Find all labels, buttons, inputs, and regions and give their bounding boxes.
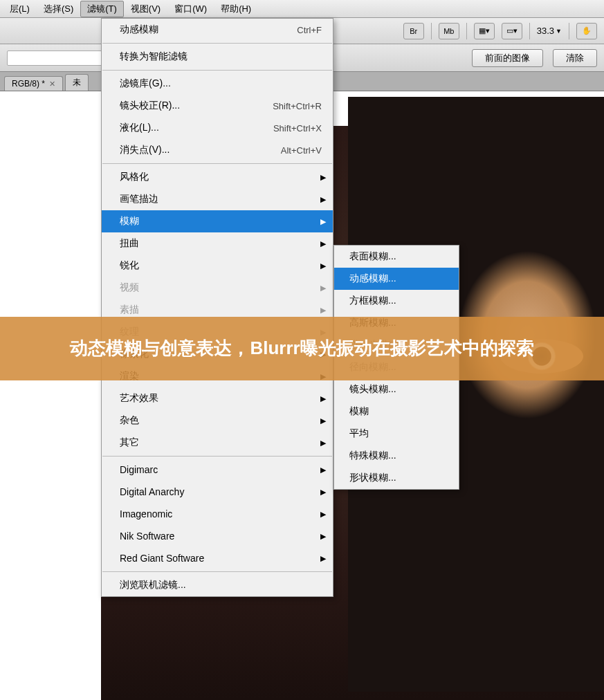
grid-icon[interactable]: ▦▾ <box>474 23 495 39</box>
menu-item-noise[interactable]: 杂色▶ <box>102 409 333 432</box>
menu-item-red-giant[interactable]: Red Giant Software▶ <box>102 547 333 569</box>
menu-label: 表面模糊... <box>349 250 396 263</box>
menu-label: 滤镜库(G)... <box>120 77 322 90</box>
menu-label: 消失点(V)... <box>120 144 281 156</box>
menu-label: Digital Anarchy <box>120 486 322 497</box>
menu-label: 模糊 <box>349 405 369 418</box>
chevron-right-icon: ▶ <box>320 394 326 403</box>
menu-label: 转换为智能滤镜 <box>120 50 322 63</box>
article-title-overlay: 动态模糊与创意表达，Blurrr曝光振动在摄影艺术中的探索 <box>0 317 604 380</box>
menu-item-lens-correction[interactable]: 镜头校正(R)...Shift+Ctrl+R <box>102 95 333 117</box>
doc-tab-2[interactable]: 未 <box>65 74 89 91</box>
menu-item-browse-online[interactable]: 浏览联机滤镜... <box>102 574 333 596</box>
menu-divider <box>102 163 332 164</box>
chevron-right-icon: ▶ <box>320 439 326 448</box>
submenu-motion-blur[interactable]: 动感模糊... <box>334 268 459 290</box>
toolbar-separator <box>466 23 467 39</box>
toolbar-separator <box>569 23 569 39</box>
submenu-blur[interactable]: 模糊 <box>334 400 459 423</box>
menu-label: 锐化 <box>120 259 322 272</box>
menu-view[interactable]: 视图(V) <box>124 1 167 17</box>
menu-label: Imagenomic <box>120 508 322 519</box>
menu-item-video[interactable]: 视频▶ <box>102 277 333 299</box>
menu-shortcut: Shift+Ctrl+R <box>273 101 322 111</box>
chevron-right-icon: ▶ <box>320 217 326 226</box>
clear-button[interactable]: 清除 <box>553 49 597 67</box>
menu-label: 浏览联机滤镜... <box>120 579 322 591</box>
menu-label: 扭曲 <box>120 237 322 250</box>
screen-mode-icon[interactable]: ▭▾ <box>502 23 522 39</box>
menu-window[interactable]: 窗口(W) <box>167 1 214 17</box>
menu-layer[interactable]: 层(L) <box>3 1 37 17</box>
menu-item-filter-gallery[interactable]: 滤镜库(G)... <box>102 73 333 95</box>
zoom-level[interactable]: 33.3 ▼ <box>537 26 562 36</box>
chevron-right-icon: ▶ <box>320 488 326 497</box>
menu-item-distort[interactable]: 扭曲▶ <box>102 232 333 255</box>
menu-item-stylize[interactable]: 风格化▶ <box>102 166 333 188</box>
toolbar-separator <box>529 23 530 39</box>
menu-item-other[interactable]: 其它▶ <box>102 432 333 454</box>
menu-item-smart-filter[interactable]: 转换为智能滤镜 <box>102 46 333 68</box>
menu-label: 方框模糊... <box>349 295 396 307</box>
submenu-lens-blur[interactable]: 镜头模糊... <box>334 378 459 400</box>
option-input[interactable] <box>7 50 104 66</box>
menu-item-artistic[interactable]: 艺术效果▶ <box>102 387 333 409</box>
menu-label: Nik Software <box>120 531 322 542</box>
menu-shortcut: Ctrl+F <box>297 25 322 35</box>
menu-bar: 层(L) 选择(S) 滤镜(T) 视图(V) 窗口(W) 帮助(H) <box>0 0 604 18</box>
menu-label: Digimarc <box>120 464 322 475</box>
toolbar-separator <box>431 23 432 39</box>
submenu-smart-blur[interactable]: 特殊模糊... <box>334 445 459 467</box>
menu-divider <box>102 43 332 44</box>
hand-icon[interactable]: ✋ <box>576 23 597 39</box>
chevron-right-icon: ▶ <box>320 510 326 519</box>
menu-item-vanishing-point[interactable]: 消失点(V)...Alt+Ctrl+V <box>102 139 333 161</box>
menu-item-recent-filter[interactable]: 动感模糊 Ctrl+F <box>102 19 333 41</box>
menu-label: Red Giant Software <box>120 553 322 564</box>
zoom-value: 33.3 <box>537 26 554 36</box>
menu-label: 艺术效果 <box>120 392 322 405</box>
menu-item-brush-strokes[interactable]: 画笔描边▶ <box>102 188 333 210</box>
chevron-right-icon: ▶ <box>320 416 326 425</box>
submenu-box-blur[interactable]: 方框模糊... <box>334 290 459 312</box>
chevron-right-icon: ▶ <box>320 173 326 182</box>
menu-item-imagenomic[interactable]: Imagenomic▶ <box>102 503 333 525</box>
menu-label: 其它 <box>120 436 322 449</box>
menu-label: 模糊 <box>120 215 322 228</box>
doc-tab-1[interactable]: RGB/8) * ✕ <box>4 76 63 91</box>
menu-divider <box>102 571 332 572</box>
mb-icon[interactable]: Mb <box>439 23 459 39</box>
menu-item-digital-anarchy[interactable]: Digital Anarchy▶ <box>102 481 333 503</box>
submenu-average[interactable]: 平均 <box>334 423 459 445</box>
menu-shortcut: Shift+Ctrl+X <box>273 123 322 133</box>
menu-select[interactable]: 选择(S) <box>37 1 80 17</box>
menu-label: 镜头校正(R)... <box>120 100 273 112</box>
chevron-right-icon: ▶ <box>320 554 326 563</box>
menu-item-nik-software[interactable]: Nik Software▶ <box>102 525 333 547</box>
menu-shortcut: Alt+Ctrl+V <box>281 145 322 156</box>
canvas-background <box>0 91 101 700</box>
submenu-shape-blur[interactable]: 形状模糊... <box>334 467 459 489</box>
front-image-button[interactable]: 前面的图像 <box>472 49 543 67</box>
menu-filter[interactable]: 滤镜(T) <box>80 1 124 17</box>
menu-item-sharpen[interactable]: 锐化▶ <box>102 255 333 277</box>
menu-help[interactable]: 帮助(H) <box>214 1 258 17</box>
close-icon[interactable]: ✕ <box>49 80 55 89</box>
menu-item-blur[interactable]: 模糊▶ <box>102 210 333 232</box>
menu-item-liquify[interactable]: 液化(L)...Shift+Ctrl+X <box>102 117 333 139</box>
menu-label: 动感模糊... <box>349 273 396 285</box>
menu-label: 镜头模糊... <box>349 383 396 396</box>
menu-label: 画笔描边 <box>120 193 322 205</box>
bridge-icon[interactable]: Br <box>403 23 424 39</box>
overlay-text: 动态模糊与创意表达，Blurrr曝光振动在摄影艺术中的探索 <box>70 336 533 360</box>
menu-label: 形状模糊... <box>349 472 396 484</box>
tab-label: 未 <box>73 77 81 89</box>
submenu-surface-blur[interactable]: 表面模糊... <box>334 246 459 268</box>
chevron-right-icon: ▶ <box>320 195 326 204</box>
chevron-right-icon: ▶ <box>320 532 326 541</box>
menu-label: 液化(L)... <box>120 122 273 134</box>
menu-label: 风格化 <box>120 171 322 183</box>
chevron-right-icon: ▶ <box>320 306 326 315</box>
menu-item-digimarc[interactable]: Digimarc▶ <box>102 459 333 481</box>
menu-label: 素描 <box>120 304 322 316</box>
